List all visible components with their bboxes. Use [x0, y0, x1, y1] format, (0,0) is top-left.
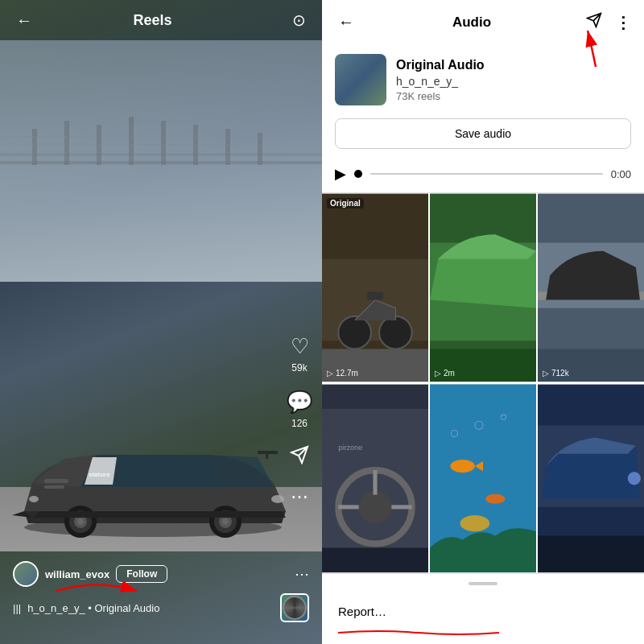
more-button[interactable]: ⋯ — [291, 486, 308, 507]
left-panel: stature ← Reels ⊙ ♡ 59k � — [0, 0, 322, 644]
svg-text:pirzone: pirzone — [338, 444, 362, 452]
svg-rect-3 — [64, 121, 69, 165]
playback-row: ▶ 0:00 — [322, 159, 644, 192]
video-cell-5[interactable] — [430, 384, 536, 573]
bridge-svg — [0, 113, 322, 177]
svg-point-19 — [77, 518, 84, 525]
avatar — [13, 561, 39, 587]
audio-meta: Original Audio h_o_n_e_y_ 73K reels — [396, 58, 631, 102]
like-button[interactable]: ♡ 59k — [291, 334, 309, 374]
report-item[interactable]: Report… — [322, 593, 644, 630]
svg-point-23 — [222, 518, 229, 525]
progress-bar[interactable] — [370, 173, 603, 175]
audio-track-user: h_o_n_e_y_ — [396, 75, 631, 88]
like-count: 59k — [291, 362, 307, 374]
svg-rect-6 — [161, 121, 166, 165]
video-cell-1[interactable]: Original ▷ 12.7m — [322, 193, 428, 382]
audio-top-bar: ← Audio ⋮ — [322, 0, 644, 44]
audio-cover — [335, 54, 386, 105]
red-underline — [338, 630, 499, 636]
svg-rect-15 — [44, 485, 64, 489]
car-svg: stature — [0, 435, 306, 547]
svg-text:stature: stature — [89, 471, 110, 478]
heart-icon: ♡ — [291, 334, 309, 359]
svg-rect-27 — [266, 451, 268, 459]
svg-rect-64 — [538, 535, 644, 572]
play-small-icon-1: ▷ — [327, 369, 333, 378]
video-label-1: Original — [327, 198, 364, 208]
audio-title-label: Audio — [364, 14, 580, 31]
svg-rect-8 — [225, 129, 230, 165]
svg-point-56 — [485, 494, 505, 504]
video-grid: Original ▷ 12.7m ▷ 2m — [322, 193, 644, 573]
red-arrow-left — [48, 575, 145, 610]
three-dots-icon[interactable]: ⋯ — [295, 565, 309, 583]
svg-point-46 — [359, 491, 392, 524]
audio-bars-icon: ||| — [13, 602, 21, 614]
bottom-sheet-handle — [469, 582, 497, 585]
video-count-2: ▷ 2m — [435, 369, 455, 378]
right-panel: ← Audio ⋮ Original Audio h_o_n_e_y_ 73K … — [322, 0, 644, 644]
audio-header: ← Audio ⋮ Original Audio h_o_n_e_y_ 73K … — [322, 0, 644, 193]
svg-point-54 — [450, 460, 474, 473]
share-button[interactable] — [290, 445, 309, 470]
video-count-3: ▷ 712k — [543, 369, 569, 378]
audio-top-icons: ⋮ — [586, 12, 631, 32]
audio-track-title: Original Audio — [396, 58, 631, 72]
video-cell-2[interactable]: ▷ 2m — [430, 193, 536, 382]
save-audio-button[interactable]: Save audio — [335, 118, 631, 149]
camera-button[interactable]: ⊙ — [289, 7, 309, 33]
video-count-text-1: 12.7m — [336, 369, 358, 378]
play-button[interactable]: ▶ — [335, 165, 346, 183]
progress-dot[interactable] — [354, 170, 362, 178]
svg-point-32 — [338, 316, 371, 349]
svg-point-63 — [628, 472, 641, 485]
play-small-icon-3: ▷ — [543, 369, 549, 378]
svg-rect-34 — [367, 291, 383, 299]
audio-reels-count: 73K reels — [396, 90, 631, 102]
more-dots-icon: ⋯ — [291, 486, 308, 507]
audio-thumbnail[interactable] — [280, 593, 309, 622]
svg-rect-5 — [129, 117, 134, 165]
video-count-text-2: 2m — [444, 369, 455, 378]
send-icon — [290, 445, 309, 470]
comment-button[interactable]: 💬 126 — [287, 390, 312, 429]
audio-cover-image — [335, 54, 386, 105]
play-small-icon-2: ▷ — [435, 369, 441, 378]
svg-point-24 — [271, 495, 284, 503]
audio-send-icon[interactable] — [586, 12, 602, 32]
video-count-text-3: 712k — [551, 369, 569, 378]
svg-rect-14 — [44, 479, 68, 483]
time-label: 0:00 — [611, 168, 631, 180]
audio-more-icon[interactable]: ⋮ — [615, 13, 631, 32]
comment-icon: 💬 — [287, 390, 312, 415]
left-title: Reels — [16, 12, 289, 29]
video-cell-4[interactable]: pirzone — [322, 384, 428, 573]
video-count-1: ▷ 12.7m — [327, 369, 358, 378]
bottom-sheet: Report… — [322, 573, 644, 644]
video-cell-3[interactable]: ▷ 712k — [538, 193, 644, 382]
video-cell-6[interactable] — [538, 384, 644, 573]
comment-count: 126 — [291, 418, 308, 429]
left-top-bar: ← Reels ⊙ — [0, 0, 322, 40]
action-buttons: ♡ 59k 💬 126 ⋯ — [287, 334, 312, 507]
audio-info-row: Original Audio h_o_n_e_y_ 73K reels — [322, 44, 644, 118]
music-disc — [283, 596, 307, 620]
svg-rect-51 — [322, 548, 428, 572]
svg-rect-2 — [32, 129, 37, 165]
svg-rect-9 — [258, 133, 262, 165]
svg-point-33 — [379, 316, 412, 349]
audio-back-button[interactable]: ← — [335, 10, 357, 35]
svg-point-57 — [460, 515, 490, 531]
svg-point-25 — [29, 496, 39, 502]
